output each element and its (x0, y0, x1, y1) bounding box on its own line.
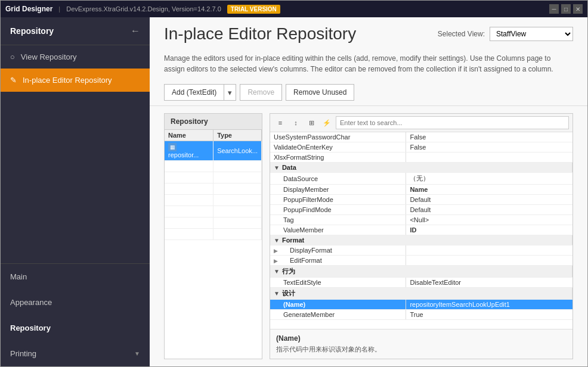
sidebar-bottom-item-appearance[interactable]: Appearance (1, 290, 150, 315)
sidebar-bottom-item-printing[interactable]: Printing ▼ (1, 341, 150, 366)
trial-badge: TRIAL VERSION (227, 5, 280, 14)
prop-row[interactable]: DisplayMember Name (270, 185, 572, 195)
props-categorize-button[interactable]: ≡ (274, 116, 287, 129)
table-row[interactable] (165, 206, 262, 217)
sidebar-bottom: Main Appearance Repository Printing ▼ (1, 263, 150, 366)
prop-name: TextEditStyle (270, 278, 406, 288)
prop-value: ID (406, 225, 572, 235)
prop-name: ▶DisplayFormat (270, 245, 406, 256)
content-description-area: Manage the editors used for in-place edi… (150, 43, 587, 79)
repo-col-type[interactable]: Type (213, 130, 262, 141)
sidebar-header: Repository ← (1, 17, 150, 45)
selected-view-label: Selected View: (438, 30, 485, 38)
properties-toolbar: ≡ ↕ ⊞ ⚡ (270, 114, 572, 132)
prop-row[interactable]: GenerateMember True (270, 310, 572, 320)
props-lightning-button[interactable]: ⚡ (320, 116, 333, 129)
view-repository-icon: ○ (10, 52, 15, 61)
prop-section-behavior[interactable]: ▼行为 (270, 266, 572, 278)
prop-section-design[interactable]: ▼设计 (270, 288, 572, 300)
sidebar: Repository ← ○ View Repository ✎ In-plac… (1, 17, 150, 366)
prop-value (406, 153, 572, 163)
repo-col-name[interactable]: Name (165, 130, 213, 141)
sidebar-back-button[interactable]: ← (131, 26, 140, 36)
props-search-input[interactable] (336, 116, 569, 129)
prop-row[interactable]: ValidateOnEnterKey False (270, 142, 572, 153)
sidebar-item-label: In-place Editor Repository (23, 76, 112, 85)
prop-name: DataSource (270, 173, 406, 185)
prop-name: (Name) (270, 300, 406, 310)
maximize-button[interactable]: □ (561, 4, 571, 14)
sidebar-title: Repository (10, 26, 54, 36)
prop-row[interactable]: Tag <Null> (270, 215, 572, 225)
prop-row[interactable]: ValueMember ID (270, 225, 572, 235)
selected-view-dropdown[interactable]: StaffView (490, 27, 573, 41)
prop-row[interactable]: DataSource （无） (270, 173, 572, 185)
sidebar-item-inplace-editor[interactable]: ✎ In-place Editor Repository (1, 69, 150, 92)
selected-view-area: Selected View: StaffView (438, 27, 573, 41)
prop-value: False (406, 132, 572, 142)
repository-panel: Repository Name Type (164, 113, 262, 359)
add-button-group: Add (TextEdit) ▾ (164, 84, 236, 101)
sidebar-arrow-icon: ▼ (134, 350, 140, 357)
prop-value (406, 256, 572, 266)
table-row[interactable] (165, 184, 262, 195)
repository-label: Repository (10, 324, 51, 332)
props-grid-button[interactable]: ⊞ (305, 116, 318, 129)
repo-item-icon: ▦ (168, 143, 177, 151)
prop-row[interactable]: UseSystemPasswordChar False (270, 132, 572, 142)
prop-section-format[interactable]: ▼Format (270, 235, 572, 245)
sidebar-item-view-repository[interactable]: ○ View Repository (1, 45, 150, 69)
minimize-button[interactable]: ─ (549, 4, 559, 14)
footer-property-description: 指示代码中用来标识该对象的名称。 (276, 345, 567, 354)
section-label: ▼Data (270, 163, 572, 173)
sidebar-bottom-item-repository[interactable]: Repository (1, 315, 150, 341)
prop-row[interactable]: ▶EditFormat (270, 256, 572, 266)
remove-unused-button[interactable]: Remove Unused (286, 84, 354, 101)
table-row[interactable] (165, 229, 262, 240)
section-label: ▼行为 (270, 266, 572, 278)
prop-row[interactable]: PopupFindMode Default (270, 205, 572, 215)
table-row[interactable] (165, 161, 262, 172)
app-title: Grid Designer (5, 5, 52, 13)
main-label: Main (10, 272, 27, 281)
properties-table: UseSystemPasswordChar False ValidateOnEn… (270, 132, 572, 329)
prop-value: True (406, 310, 572, 320)
prop-row[interactable]: XlsxFormatString (270, 153, 572, 163)
prop-row-name[interactable]: (Name) repositoryItemSearchLookUpEdit1 (270, 300, 572, 310)
prop-name: ▶EditFormat (270, 256, 406, 266)
table-row[interactable]: ▦ repositor... SearchLook... (165, 141, 262, 161)
prop-row[interactable]: ▶DisplayFormat (270, 245, 572, 256)
prop-row[interactable]: TextEditStyle DisableTextEditor (270, 278, 572, 288)
close-button[interactable]: ✕ (573, 4, 583, 14)
prop-value: repositoryItemSearchLookUpEdit1 (406, 300, 572, 310)
table-row[interactable] (165, 195, 262, 206)
page-title: In-place Editor Repository (164, 24, 356, 43)
prop-section-data[interactable]: ▼Data (270, 163, 572, 173)
section-label: ▼Format (270, 235, 572, 245)
prop-value: False (406, 142, 572, 153)
remove-button[interactable]: Remove (240, 84, 282, 101)
prop-name: ValidateOnEnterKey (270, 142, 406, 153)
prop-name: ValueMember (270, 225, 406, 235)
repository-panel-header: Repository (165, 114, 262, 130)
prop-name: PopupFilterMode (270, 195, 406, 205)
app-subtitle: DevExpress.XtraGrid.v14.2.Design, Versio… (66, 5, 221, 13)
content-area: In-place Editor Repository Selected View… (150, 17, 587, 366)
props-sort-button[interactable]: ↕ (289, 116, 302, 129)
table-row[interactable] (165, 172, 262, 184)
prop-value: Default (406, 205, 572, 215)
printing-label: Printing (10, 349, 36, 358)
add-dropdown-button[interactable]: ▾ (224, 84, 236, 101)
repo-row-type: SearchLook... (213, 141, 262, 161)
content-description: Manage the editors used for in-place edi… (164, 53, 573, 74)
appearance-label: Appearance (10, 298, 52, 307)
table-row[interactable] (165, 217, 262, 229)
sidebar-bottom-item-main[interactable]: Main (1, 264, 150, 290)
section-label: ▼设计 (270, 288, 572, 300)
repository-table: Name Type ▦ repositor... (165, 130, 262, 359)
add-textedit-button[interactable]: Add (TextEdit) (164, 84, 224, 101)
toolbar: Add (TextEdit) ▾ Remove Remove Unused (150, 79, 587, 106)
prop-row[interactable]: PopupFilterMode Default (270, 195, 572, 205)
prop-value: DisableTextEditor (406, 278, 572, 288)
prop-name: PopupFindMode (270, 205, 406, 215)
